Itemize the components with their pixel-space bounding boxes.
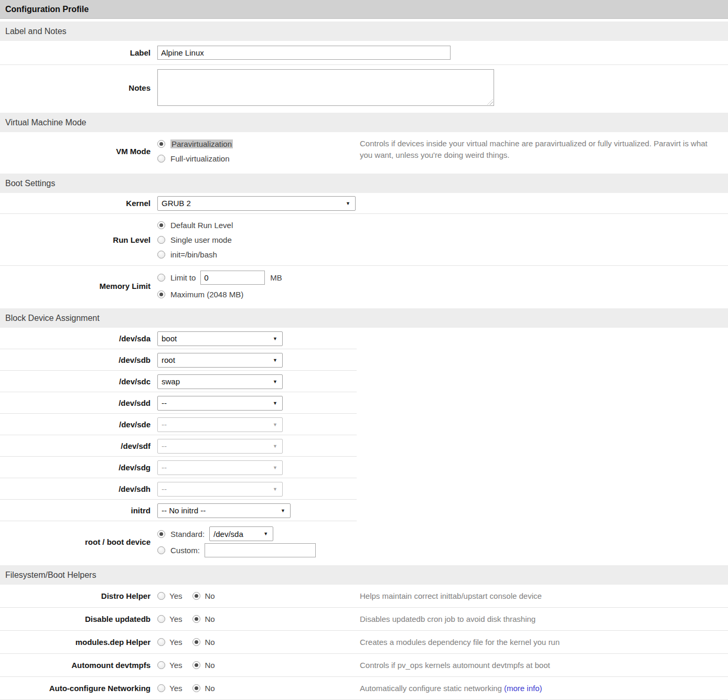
distro-helper-no-label[interactable]: No	[205, 591, 215, 600]
device-row-sdb: /dev/sdb root ▼	[0, 349, 728, 371]
root-device-standard-select[interactable]: /dev/sda ▼	[209, 526, 273, 541]
disable-updatedb-yes-label[interactable]: Yes	[169, 615, 182, 623]
label-row: Label	[0, 41, 728, 65]
vm-mode-full-virtualization-radio[interactable]	[157, 155, 165, 163]
disable-updatedb-yes-radio[interactable]	[157, 615, 165, 623]
device-row-sdg: /dev/sdg -- ▼	[0, 457, 728, 478]
dev-sdc-select[interactable]: swap ▼	[157, 374, 283, 389]
dev-sdh-label: /dev/sdh	[0, 484, 157, 493]
initrd-label: initrd	[0, 506, 157, 515]
device-row-sda: /dev/sda boot ▼	[0, 328, 728, 349]
chevron-down-icon: ▼	[273, 444, 277, 449]
notes-field-label: Notes	[0, 83, 157, 92]
automount-devtmpfs-label: Automount devtmpfs	[0, 661, 157, 670]
root-device-custom-radio[interactable]	[157, 546, 165, 554]
distro-helper-yes-label[interactable]: Yes	[169, 591, 182, 600]
section-header-block-devices: Block Device Assignment	[0, 308, 728, 328]
root-boot-device-label: root / boot device	[0, 537, 157, 546]
kernel-row: Kernel GRUB 2 ▼	[0, 193, 728, 214]
initrd-row: initrd -- No initrd -- ▼	[0, 500, 728, 521]
root-boot-device-row: root / boot device Standard: /dev/sda ▼ …	[0, 521, 728, 563]
chevron-down-icon: ▼	[273, 422, 277, 427]
dev-sdh-select[interactable]: -- ▼	[157, 482, 283, 497]
distro-helper-help-text: Helps maintain correct inittab/upstart c…	[360, 590, 556, 602]
label-field-label: Label	[0, 48, 157, 57]
memory-limit-input[interactable]	[200, 271, 265, 285]
distro-helper-no-radio[interactable]	[192, 592, 200, 600]
disable-updatedb-label: Disable updatedb	[0, 615, 157, 623]
device-row-sdd: /dev/sdd -- ▼	[0, 392, 728, 414]
memory-limit-to-radio[interactable]	[157, 274, 165, 282]
notes-textarea[interactable]	[157, 69, 494, 106]
dev-sde-label: /dev/sde	[0, 420, 157, 429]
memory-limit-unit: MB	[270, 273, 282, 282]
run-level-single-user-label[interactable]: Single user mode	[170, 235, 232, 244]
device-row-sdh: /dev/sdh -- ▼	[0, 478, 728, 500]
distro-helper-yes-radio[interactable]	[157, 592, 165, 600]
disable-updatedb-help-text: Disables updatedb cron job to avoid disk…	[360, 613, 550, 625]
run-level-init-bash-radio[interactable]	[157, 251, 165, 259]
disable-updatedb-row: Disable updatedb Yes No Disables updated…	[0, 608, 728, 631]
distro-helper-row: Distro Helper Yes No Helps maintain corr…	[0, 585, 728, 608]
dev-sdd-label: /dev/sdd	[0, 399, 157, 407]
chevron-down-icon: ▼	[273, 401, 277, 406]
dev-sda-select[interactable]: boot ▼	[157, 331, 283, 346]
automount-devtmpfs-no-radio[interactable]	[192, 661, 200, 669]
auto-configure-networking-yes-radio[interactable]	[157, 684, 165, 692]
automount-devtmpfs-yes-radio[interactable]	[157, 661, 165, 669]
auto-configure-networking-label: Auto-configure Networking	[0, 684, 157, 693]
vm-mode-help-text: Controls if devices inside your virtual …	[360, 138, 727, 161]
root-device-custom-label[interactable]: Custom:	[170, 546, 200, 555]
more-info-link[interactable]: (more info)	[504, 684, 542, 693]
automount-devtmpfs-yes-label[interactable]: Yes	[169, 661, 182, 670]
memory-limit-row: Memory Limit Limit to MB Maximum (2048 M…	[0, 266, 728, 306]
auto-configure-networking-yes-label[interactable]: Yes	[169, 684, 182, 693]
section-header-boot-settings: Boot Settings	[0, 174, 728, 193]
automount-devtmpfs-row: Automount devtmpfs Yes No Controls if pv…	[0, 654, 728, 677]
dev-sdb-label: /dev/sdb	[0, 356, 157, 364]
chevron-down-icon: ▼	[346, 201, 350, 206]
dev-sda-label: /dev/sda	[0, 334, 157, 343]
modules-dep-helper-row: modules.dep Helper Yes No Creates a modu…	[0, 631, 728, 654]
dev-sdb-select[interactable]: root ▼	[157, 353, 283, 368]
dev-sde-select[interactable]: -- ▼	[157, 417, 283, 432]
auto-configure-networking-no-label[interactable]: No	[205, 684, 215, 693]
chevron-down-icon: ▼	[273, 487, 277, 492]
label-input[interactable]	[157, 46, 451, 60]
run-level-default-radio[interactable]	[157, 221, 165, 229]
dev-sdf-select[interactable]: -- ▼	[157, 439, 283, 454]
run-level-row: Run Level Default Run Level Single user …	[0, 214, 728, 266]
memory-maximum-label[interactable]: Maximum (2048 MB)	[170, 290, 243, 299]
run-level-label: Run Level	[0, 235, 157, 244]
chevron-down-icon: ▼	[273, 336, 277, 341]
dev-sdd-select[interactable]: -- ▼	[157, 396, 283, 411]
kernel-select[interactable]: GRUB 2 ▼	[157, 196, 356, 211]
initrd-select[interactable]: -- No initrd -- ▼	[157, 503, 291, 518]
modules-dep-no-label[interactable]: No	[205, 638, 215, 647]
dev-sdf-label: /dev/sdf	[0, 441, 157, 450]
vm-mode-paravirtualization-radio[interactable]	[157, 140, 165, 148]
automount-devtmpfs-no-label[interactable]: No	[205, 661, 215, 670]
disable-updatedb-no-radio[interactable]	[192, 615, 200, 623]
root-device-custom-input[interactable]	[205, 543, 316, 557]
vm-mode-paravirtualization-label[interactable]: Paravirtualization	[170, 139, 233, 148]
auto-configure-networking-row: Auto-configure Networking Yes No Automat…	[0, 677, 728, 700]
vm-mode-full-virtualization-label[interactable]: Full-virtualization	[170, 154, 230, 163]
automount-devtmpfs-help-text: Controls if pv_ops kernels automount dev…	[360, 660, 565, 671]
run-level-default-label[interactable]: Default Run Level	[170, 221, 233, 230]
memory-limit-to-label[interactable]: Limit to	[170, 273, 196, 282]
run-level-init-bash-label[interactable]: init=/bin/bash	[170, 250, 217, 259]
auto-configure-networking-no-radio[interactable]	[192, 684, 200, 692]
vm-mode-row: VM Mode Paravirtualization Full-virtuali…	[0, 132, 728, 171]
kernel-label: Kernel	[0, 199, 157, 208]
root-device-standard-label[interactable]: Standard:	[170, 530, 205, 539]
dev-sdg-select[interactable]: -- ▼	[157, 460, 283, 475]
root-device-standard-radio[interactable]	[157, 530, 165, 538]
memory-maximum-radio[interactable]	[157, 290, 165, 298]
page-title: Configuration Profile	[0, 0, 728, 19]
modules-dep-yes-radio[interactable]	[157, 638, 165, 646]
modules-dep-yes-label[interactable]: Yes	[169, 638, 182, 647]
disable-updatedb-no-label[interactable]: No	[205, 615, 215, 623]
modules-dep-no-radio[interactable]	[192, 638, 200, 646]
run-level-single-user-radio[interactable]	[157, 236, 165, 244]
